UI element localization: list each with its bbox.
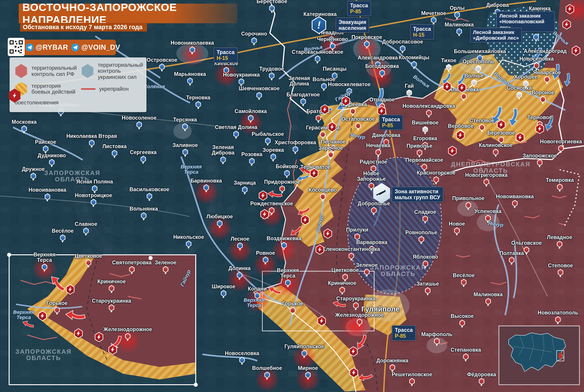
road-number: Р-85 (395, 333, 413, 339)
clash-lightning-icon (95, 333, 103, 342)
telegram-bar: @RYBAR @VOIN_DV (22, 40, 116, 55)
combat-glow (296, 367, 321, 392)
ru-control-hex-icon (15, 64, 28, 78)
clash-lightning-icon (349, 347, 358, 356)
clash-lightning-icon (321, 105, 329, 114)
road-number: Р-85 (350, 8, 368, 14)
map-subtitle: Обстановка к исходу 7 марта 2026 года (23, 24, 143, 31)
clash-lightning-icon (456, 131, 464, 140)
clash-lightning-icon (259, 191, 267, 200)
clash-lightning-icon (443, 82, 451, 91)
combat-glow (214, 62, 239, 87)
combat-glow (254, 367, 280, 392)
clash-lightning-icon (536, 124, 544, 133)
qr-pattern (9, 40, 23, 54)
combat-glow (354, 36, 379, 61)
legend-item-ru-control: территориальный контроль сил РФ (15, 62, 77, 80)
road-badge-label: Трасса (217, 49, 235, 55)
map-title-bar: ВОСТОЧНО-ЗАПОРОЖСКОЕ НАПРАВЛЕНИЕ (19, 4, 237, 23)
combat-glow (319, 32, 344, 56)
clash-lightning-icon (566, 4, 574, 14)
ru-advance-arrow (266, 188, 283, 199)
clash-lightning-icon (109, 345, 117, 354)
combat-glow (238, 110, 263, 135)
map-canvas[interactable]: @ РЫБАРЬ (0, 0, 584, 392)
ua-advance-arrow (562, 72, 572, 87)
clash-lightning-icon (260, 210, 269, 219)
qr-code (8, 38, 25, 56)
telegram-icon (26, 43, 34, 52)
legend-item-clashes: боестолкновения (15, 98, 77, 108)
legend-item-combat-zone: территория боевых действий (15, 82, 77, 96)
clash-lightning-icon (74, 329, 83, 338)
map-title: ВОСТОЧНО-ЗАПОРОЖСКОЕ НАПРАВЛЕНИЕ (22, 1, 237, 26)
road-badge-label: Трасса (395, 327, 413, 333)
combat-glow (194, 180, 219, 205)
road-number: Н-15 (413, 32, 431, 38)
legend-item-ua-control: территориальный контроль украинских сил (81, 62, 143, 80)
rifle-icon (375, 188, 388, 198)
clash-lightning-icon (318, 316, 326, 326)
road-badge: ТрассаН-15 (410, 24, 434, 40)
forest-reserve-label: Лесной заказник «Дибровский лес» (473, 30, 519, 41)
road-badge: ТрассаР-85 (392, 326, 416, 341)
road-badge: ТрассаР-85 (379, 115, 403, 130)
clash-lightning-icon (310, 169, 318, 178)
road-badge-label: Трасса (413, 26, 431, 32)
road-badge-label: Трасса (382, 116, 400, 122)
clash-lightning-icon (448, 146, 456, 156)
combat-glow (245, 288, 270, 313)
clash-lightning-icon (350, 368, 358, 377)
road-badge-label: Трасса (350, 2, 368, 8)
road-number: Р-85 (382, 122, 400, 128)
clash-lightning-icon (562, 20, 571, 29)
clash-lightning-icon (38, 312, 47, 320)
clash-lightning-icon (516, 133, 524, 142)
map-subtitle-bar: Обстановка к исходу 7 марта 2026 года (20, 23, 147, 32)
ru-advance-arrow (64, 307, 87, 322)
combat-glow (271, 237, 297, 262)
legend-item-fortified-area: укрепрайон (81, 82, 143, 96)
combat-glow (227, 238, 252, 263)
road-number: Н-15 (217, 55, 235, 61)
combat-glow (207, 215, 232, 240)
clash-lightning-icon (458, 84, 466, 92)
ua-control-hex-icon (81, 64, 94, 78)
clash-lightning-icon (301, 216, 309, 224)
telegram-channel-rybar[interactable]: @RYBAR (26, 43, 68, 52)
combat-glow (370, 65, 395, 90)
road-badge: ТрассаН-15 (214, 48, 238, 63)
combat-glow (180, 42, 205, 67)
clash-lightning-icon (328, 122, 336, 132)
legend-panel: территориальный контроль сил РФ территор… (10, 58, 146, 112)
combat-glow (227, 267, 252, 292)
telegram-channel-voin-dv[interactable]: @VOIN_DV (71, 43, 120, 52)
clash-lightning-icon (342, 97, 350, 106)
clash-lightning-icon (324, 229, 332, 238)
clash-lightning-icon (572, 46, 580, 55)
combat-glow (292, 345, 317, 370)
forest-reserve-badge: Лесной заказник «Дибровский лес» (470, 28, 522, 42)
clash-lightning-icon (497, 120, 505, 129)
clash-lightning-icon (378, 107, 386, 116)
evacuation-badge: Эвакуация населения (336, 18, 369, 33)
fortified-line-icon (81, 88, 96, 90)
vsu-zone-badge: Зона активности малых групп ВСУ (392, 187, 443, 202)
road-badge: ТрассаР-85 (347, 1, 371, 16)
clash-lightning-icon (316, 245, 324, 254)
telegram-icon (71, 43, 79, 52)
clash-lightning-icon (66, 285, 74, 294)
